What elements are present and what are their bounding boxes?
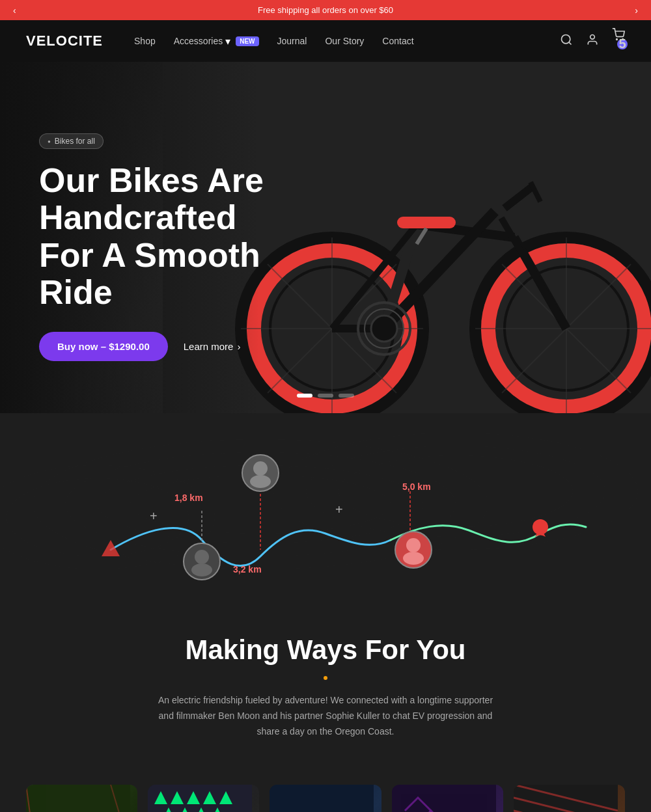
svg-point-54: [250, 475, 271, 488]
hero-content: Bikes for all Our Bikes Are Handcrafted …: [0, 133, 339, 413]
hero-title: Our Bikes Are Handcrafted For A Smooth R…: [39, 162, 299, 311]
banner-next-button[interactable]: ›: [628, 5, 644, 16]
svg-point-60: [403, 552, 424, 565]
site-header: VELOCITE Shop Accessories ▾ NEW Journal …: [0, 20, 651, 62]
svg-text:5,0 km: 5,0 km: [402, 481, 431, 492]
bike-parts-illustration: [270, 785, 374, 812]
svg-point-1: [590, 34, 595, 39]
product-image-city: [148, 785, 259, 812]
accessories-illustration: [392, 785, 496, 812]
hero-section: Bikes for all Our Bikes Are Handcrafted …: [0, 62, 651, 413]
svg-text:3,2 km: 3,2 km: [233, 564, 262, 575]
nav-accessories-link[interactable]: Accessories: [174, 36, 223, 46]
search-icon[interactable]: [560, 33, 573, 49]
header-actions: 5: [560, 28, 625, 55]
hero-dot-1[interactable]: [297, 394, 312, 398]
banner-text: Free shipping all orders on over $60: [258, 5, 393, 15]
hero-tag: Bikes for all: [39, 133, 104, 149]
svg-rect-28: [397, 217, 456, 228]
nav-contact[interactable]: Contact: [382, 36, 413, 46]
product-image-parts: [270, 785, 381, 812]
product-card-mountain[interactable]: Mountain Bikes: [26, 785, 137, 812]
svg-text:+: +: [150, 509, 158, 523]
making-ways-title: Making Ways For You: [26, 634, 625, 666]
svg-text:1,8 km: 1,8 km: [174, 493, 203, 503]
svg-point-30: [371, 316, 397, 342]
svg-point-53: [253, 461, 268, 476]
svg-point-56: [195, 550, 209, 564]
clothing-illustration: [514, 785, 618, 812]
svg-rect-95: [270, 785, 374, 812]
product-card-accessories[interactable]: Accessories: [392, 785, 503, 812]
product-image-clothing: [514, 785, 625, 812]
hero-carousel-dots: [297, 394, 354, 398]
chevron-right-icon: ›: [237, 341, 240, 352]
svg-point-2: [616, 38, 618, 40]
product-image-mountain: [26, 785, 137, 812]
svg-text:+: +: [335, 502, 343, 517]
product-card-clothing[interactable]: Clothing: [514, 785, 625, 812]
user-icon[interactable]: [586, 33, 599, 49]
hero-dot-3[interactable]: [339, 394, 354, 398]
hero-actions: Buy now – $1290.00 Learn more ›: [39, 332, 299, 361]
product-image-accessories: [392, 785, 503, 812]
promo-banner: ‹ Free shipping all orders on over $60 ›: [0, 0, 651, 20]
new-badge: NEW: [236, 36, 258, 46]
product-card-parts[interactable]: Bike Parts: [270, 785, 381, 812]
mountain-bike-illustration: [26, 785, 130, 812]
svg-marker-45: [102, 540, 120, 556]
nav-our-story[interactable]: Our Story: [325, 36, 364, 46]
nav-journal[interactable]: Journal: [277, 36, 307, 46]
chevron-down-icon: ▾: [225, 35, 230, 47]
hero-dot-2[interactable]: [318, 394, 333, 398]
cart-icon[interactable]: 5: [612, 28, 625, 55]
svg-point-0: [562, 34, 570, 43]
svg-point-59: [406, 538, 421, 552]
route-section: 1,8 km 3,2 km 5,0 km + +: [0, 413, 651, 595]
route-map: 1,8 km 3,2 km 5,0 km + +: [0, 413, 651, 595]
product-grid: Mountain Bikes: [0, 772, 651, 812]
learn-more-button[interactable]: Learn more ›: [184, 341, 241, 352]
nav-accessories[interactable]: Accessories ▾ NEW: [174, 35, 259, 47]
city-bike-illustration: [148, 785, 252, 812]
product-card-city[interactable]: City Bikes: [148, 785, 259, 812]
making-ways-description: An electric friendship fueled by adventu…: [150, 693, 501, 739]
buy-now-button[interactable]: Buy now – $1290.00: [39, 332, 168, 361]
main-nav: Shop Accessories ▾ NEW Journal Our Story…: [134, 35, 539, 47]
learn-more-label: Learn more: [184, 341, 234, 352]
making-ways-section: Making Ways For You An electric friendsh…: [0, 595, 651, 772]
cart-count: 5: [617, 39, 628, 49]
site-logo[interactable]: VELOCITE: [26, 33, 103, 49]
svg-point-57: [191, 563, 212, 576]
accent-dot: [324, 676, 327, 680]
banner-prev-button[interactable]: ‹: [7, 5, 23, 16]
nav-shop[interactable]: Shop: [134, 36, 156, 46]
